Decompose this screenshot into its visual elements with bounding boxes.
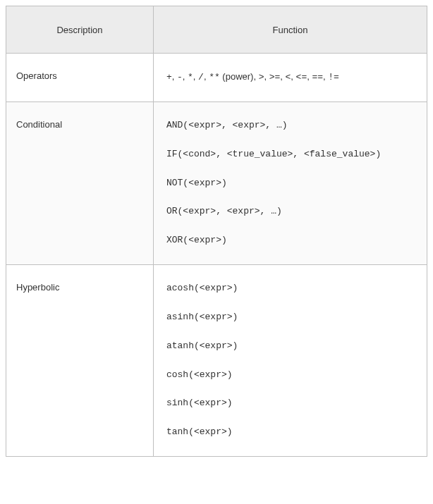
description-cell: Conditional: [6, 102, 154, 264]
function-entry: asinh(<expr>): [166, 311, 414, 324]
function-cell: +, -, *, /, ** (power), >, >=, <, <=, ==…: [153, 54, 427, 102]
function-entry: cosh(<expr>): [166, 369, 414, 382]
header-description: Description: [6, 6, 154, 54]
table-row: Hyperbolicacosh(<expr>)asinh(<expr>)atan…: [6, 265, 427, 457]
table-row: Operators+, -, *, /, ** (power), >, >=, …: [6, 54, 427, 102]
function-entry: AND(<expr>, <expr>, …): [166, 119, 414, 133]
table-header-row: Description Function: [6, 6, 427, 54]
function-entry: IF(<cond>, <true_value>, <false_value>): [166, 148, 414, 161]
functions-table: Description Function Operators+, -, *, /…: [6, 6, 427, 457]
function-entry: OR(<expr>, <expr>, …): [166, 205, 414, 219]
function-entry: tanh(<expr>): [166, 426, 414, 439]
function-entry: acosh(<expr>): [166, 282, 414, 295]
function-entry: NOT(<expr>): [166, 177, 414, 190]
header-function: Function: [153, 6, 427, 54]
table-body: Operators+, -, *, /, ** (power), >, >=, …: [6, 54, 427, 457]
function-cell: AND(<expr>, <expr>, …)IF(<cond>, <true_v…: [153, 102, 427, 264]
function-entry: +, -, *, /, ** (power), >, >=, <, <=, ==…: [166, 70, 414, 85]
function-cell: acosh(<expr>)asinh(<expr>)atanh(<expr>)c…: [153, 265, 427, 457]
function-entry: XOR(<expr>): [166, 234, 414, 247]
description-cell: Operators: [6, 54, 154, 102]
description-cell: Hyperbolic: [6, 265, 154, 457]
function-entry: sinh(<expr>): [166, 397, 414, 410]
table-row: ConditionalAND(<expr>, <expr>, …)IF(<con…: [6, 102, 427, 264]
function-entry: atanh(<expr>): [166, 340, 414, 353]
